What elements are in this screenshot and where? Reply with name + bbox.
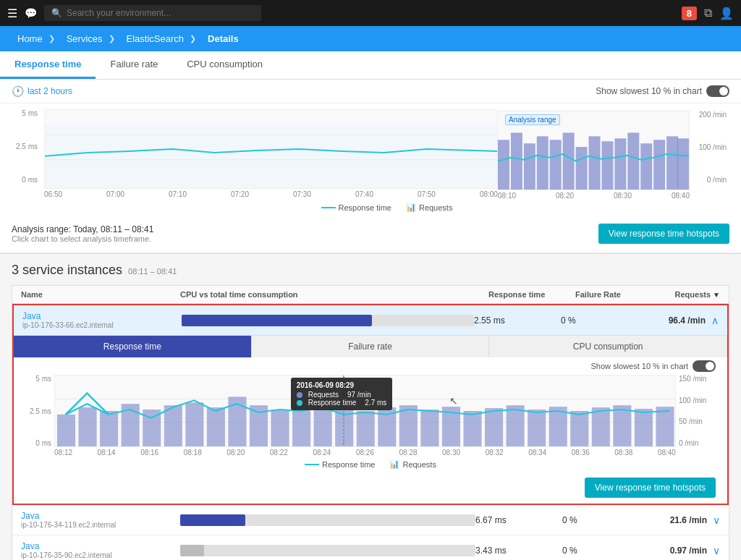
legend-requests-label: Requests: [419, 203, 452, 212]
x-label: 08:14: [98, 449, 116, 457]
table-row-2[interactable]: Java ip-10-176-34-119.ec2.internal 6.67 …: [12, 505, 729, 535]
row-3-ip: ip-10-176-35-90.ec2.internal: [21, 551, 180, 559]
analysis-range-subtitle: Click chart to select analysis timeframe…: [12, 234, 153, 243]
mini-y-right-label: 0 /min: [679, 439, 716, 447]
svg-rect-9: [576, 147, 588, 190]
row-2-cpu-cell: [180, 514, 475, 526]
breadcrumb-details[interactable]: Details: [202, 32, 245, 46]
instances-header: 3 service instances 08:11 – 08:41: [12, 263, 729, 278]
row-3-expand-icon[interactable]: ∨: [713, 545, 720, 556]
y-label: 2.5 ms: [12, 143, 38, 150]
svg-rect-17: [677, 138, 689, 190]
svg-rect-42: [528, 410, 546, 446]
svg-rect-41: [507, 405, 525, 446]
row-3-cpu-bar: [180, 545, 475, 556]
tab-cpu-consumption[interactable]: CPU consumption: [172, 51, 277, 79]
table-row-1-main[interactable]: Java ip-10-176-33-66.ec2.internal 2.55 m…: [14, 305, 727, 335]
x-label: 08:20: [556, 192, 574, 200]
search-input[interactable]: [67, 8, 254, 18]
mini-chart: 5 ms 2.5 ms 0 ms 2016-06-09 08:29: [25, 375, 716, 447]
svg-rect-45: [592, 407, 610, 446]
search-bar[interactable]: 🔍: [44, 5, 261, 21]
sub-tab-response-time[interactable]: Response time: [14, 336, 252, 357]
view-hotspots-bottom-button[interactable]: View response time hotspots: [585, 478, 716, 498]
x-label: 08:12: [54, 449, 72, 457]
clock-icon: 🕐: [12, 85, 24, 97]
x-label: 08:10: [498, 192, 516, 200]
show-slowest-toggle[interactable]: [706, 85, 729, 97]
breadcrumb-services[interactable]: Services: [61, 32, 121, 46]
time-range-text: last 2 hours: [27, 86, 72, 96]
sub-tab-cpu[interactable]: CPU consumption: [489, 336, 727, 357]
header-cpu: CPU vs total time consumption: [180, 290, 488, 299]
row-2-name-cell: Java ip-10-176-34-119.ec2.internal: [21, 511, 180, 529]
nav-actions: ⧉ 👤: [704, 7, 734, 20]
mini-y-axis-right: 150 /min 100 /min 50 /min 0 /min: [676, 375, 716, 447]
svg-rect-7: [550, 140, 562, 190]
svg-rect-25: [164, 405, 182, 446]
x-label: 08:36: [572, 449, 590, 457]
svg-rect-21: [79, 407, 97, 446]
row-2-expand-icon[interactable]: ∨: [713, 514, 720, 526]
instances-title: 3 service instances: [12, 263, 122, 278]
time-range-label[interactable]: 🕐 last 2 hours: [12, 85, 72, 97]
windows-icon[interactable]: ⧉: [704, 7, 712, 20]
mini-chart-legend: Response time 📊 Requests: [25, 458, 716, 470]
x-label: 08:24: [313, 449, 331, 457]
view-hotspots-button[interactable]: View response time hotspots: [598, 224, 729, 244]
x-label: 07:40: [355, 190, 373, 198]
tab-response-time[interactable]: Response time: [0, 51, 96, 79]
messages-icon[interactable]: 💬: [25, 7, 37, 19]
chart-legend: Response time 📊 Requests: [44, 200, 729, 215]
header-requests: Requests ▼: [648, 290, 720, 299]
mini-legend-requests: 📊 Requests: [389, 459, 436, 469]
x-label: 08:40: [672, 192, 690, 200]
x-label: 08:26: [356, 449, 374, 457]
x-label: 08:18: [184, 449, 202, 457]
svg-rect-22: [100, 411, 118, 446]
chart-area-right[interactable]: Analysis range: [498, 111, 690, 190]
header-response: Response time: [488, 290, 575, 299]
chart-area-left[interactable]: [44, 109, 498, 189]
response-time-chart: [45, 110, 497, 188]
legend-line-icon: [321, 207, 336, 208]
svg-rect-16: [666, 136, 678, 190]
user-icon[interactable]: 👤: [719, 7, 734, 20]
mini-legend-response-label: Response time: [322, 460, 375, 469]
row-3-name: Java: [21, 541, 180, 551]
chart-x-axis-left: 06:50 07:00 07:10 07:20 07:30 07:40 07:5…: [44, 189, 498, 198]
sub-tab-failure-rate[interactable]: Failure rate: [252, 336, 490, 357]
row-1-cpu-fill: [182, 315, 372, 326]
row-2-cpu-bar: [180, 514, 475, 526]
notification-badge[interactable]: 8: [682, 7, 697, 20]
mini-show-slowest-toggle[interactable]: [693, 360, 716, 372]
row-2-response: 6.67 ms: [475, 515, 562, 525]
svg-rect-8: [563, 132, 575, 190]
row-1-ip: ip-10-176-33-66.ec2.internal: [22, 321, 182, 329]
x-label: 08:30: [614, 192, 632, 200]
table-row-3[interactable]: Java ip-10-176-35-90.ec2.internal 3.43 m…: [12, 535, 729, 560]
svg-rect-39: [463, 411, 481, 446]
x-label: 08:22: [270, 449, 288, 457]
chart-x-axis-right: 08:10 08:20 08:30 08:40: [498, 190, 690, 200]
hamburger-menu[interactable]: ☰: [7, 7, 17, 20]
chart-tooltip: 2016-06-09 08:29 Requests 97 /min Respon…: [291, 378, 393, 410]
row-2-failure: 0 %: [562, 515, 635, 525]
svg-rect-34: [357, 411, 375, 446]
mini-legend-requests-label: Requests: [402, 460, 436, 469]
breadcrumb-elasticsearch[interactable]: ElasticSearch: [121, 32, 202, 46]
top-tab-bar: Response time Failure rate CPU consumpti…: [0, 51, 741, 80]
mini-chart-inner[interactable]: 2016-06-09 08:29 Requests 97 /min Respon…: [54, 375, 676, 447]
svg-rect-40: [485, 408, 503, 446]
svg-rect-0: [45, 124, 497, 188]
svg-rect-44: [570, 411, 588, 446]
tab-failure-rate[interactable]: Failure rate: [96, 51, 172, 79]
breadcrumb-home[interactable]: Home: [12, 32, 61, 46]
row-2-ip: ip-10-176-34-119.ec2.internal: [21, 521, 180, 529]
show-slowest-control: Show slowest 10 % in chart: [596, 85, 729, 97]
y-right-label: 0 /min: [690, 176, 727, 184]
row-1-expand-icon[interactable]: ∧: [711, 315, 719, 326]
x-label: 07:10: [169, 190, 187, 198]
svg-rect-12: [614, 138, 626, 190]
mini-y-label: 5 ms: [25, 375, 51, 383]
